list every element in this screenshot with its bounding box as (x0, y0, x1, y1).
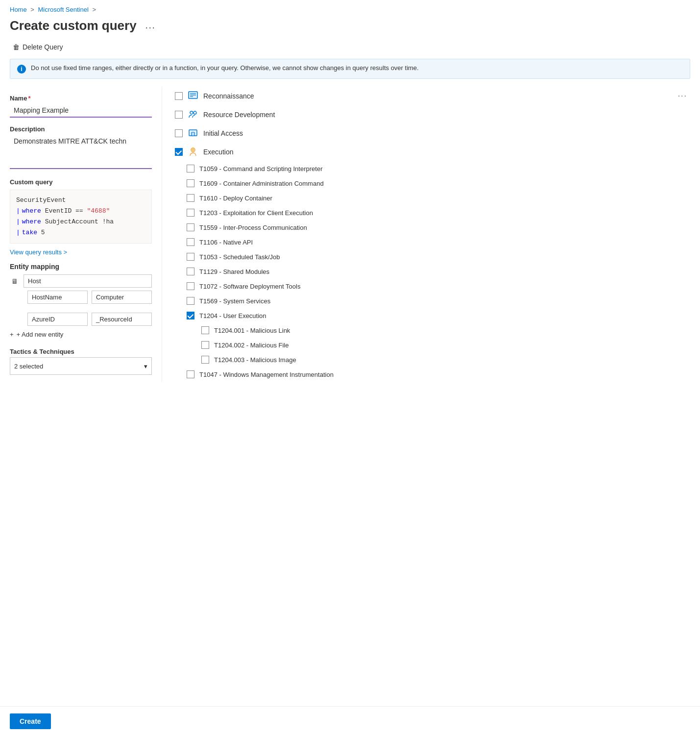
technique-row-t1106[interactable]: T1106 - Native API (172, 235, 690, 249)
trash-icon: 🗑 (13, 43, 20, 51)
name-input[interactable] (10, 104, 152, 118)
technique-name-t1129: T1129 - Shared Modules (199, 268, 269, 275)
sub-technique-row-t1204-003[interactable]: T1204.003 - Malicious Image (172, 352, 690, 367)
checkbox-t1203[interactable] (187, 209, 194, 217)
technique-row-t1559[interactable]: T1559 - Inter-Process Communication (172, 220, 690, 235)
create-button[interactable]: Create (10, 713, 51, 729)
technique-row-t1609[interactable]: T1609 - Container Administration Command (172, 176, 690, 191)
required-star: * (28, 95, 30, 102)
technique-row-t1047[interactable]: T1047 - Windows Management Instrumentati… (172, 367, 690, 382)
execution-icon (188, 147, 198, 157)
initial-access-icon (188, 128, 198, 139)
tactic-name-initial-access: Initial Access (203, 129, 687, 137)
mapping-field-azureid[interactable]: AzureID (27, 313, 88, 326)
tactic-row-reconnaissance[interactable]: Reconnaissance ··· (172, 87, 690, 105)
checkbox-reconnaissance[interactable] (175, 92, 183, 100)
sub-technique-row-t1204-002[interactable]: T1204.002 - Malicious File (172, 338, 690, 352)
custom-query-label: Custom query (10, 178, 152, 186)
technique-name-t1072: T1072 - Software Deployment Tools (199, 283, 300, 290)
entity-row-host: 🖥 Host (10, 274, 152, 288)
technique-row-t1203[interactable]: T1203 - Exploitation for Client Executio… (172, 205, 690, 220)
technique-name-t1569: T1569 - System Services (199, 297, 270, 305)
add-entity-label: + Add new entity (17, 331, 64, 338)
checkbox-t1072[interactable] (187, 282, 194, 290)
checkbox-t1129[interactable] (187, 268, 194, 275)
technique-name-t1059: T1059 - Command and Scripting Interprete… (199, 165, 322, 172)
tactic-row-initial-access[interactable]: Initial Access (172, 124, 690, 143)
view-results-link[interactable]: View query results > (10, 248, 67, 256)
checkbox-t1569[interactable] (187, 297, 194, 305)
technique-row-t1053[interactable]: T1053 - Scheduled Task/Job (172, 249, 690, 264)
add-entity-button[interactable]: + + Add new entity (10, 329, 63, 340)
svg-point-5 (193, 111, 196, 114)
entity-type-host[interactable]: Host (24, 274, 152, 288)
code-line-3: |where SubjectAccount !ha (16, 217, 145, 227)
technique-row-t1610[interactable]: T1610 - Deploy Container (172, 191, 690, 205)
checkbox-t1609[interactable] (187, 179, 194, 187)
tactics-dropdown[interactable]: 2 selected ▾ (10, 357, 152, 375)
svg-rect-7 (192, 132, 194, 136)
technique-name-t1559: T1559 - Inter-Process Communication (199, 224, 307, 231)
checkbox-t1106[interactable] (187, 238, 194, 246)
info-text: Do not use fixed time ranges, either dir… (31, 64, 419, 72)
technique-name-t1609: T1609 - Container Administration Command (199, 180, 324, 187)
reconnaissance-icon (188, 91, 198, 101)
tactics-selected-value: 2 selected (14, 363, 43, 370)
sub-technique-row-t1204-001[interactable]: T1204.001 - Malicious Link (172, 323, 690, 338)
tactic-name-reconnaissance: Reconnaissance (203, 92, 673, 100)
tactics-techniques-label: Tactics & Techniques (10, 348, 152, 355)
entity-mapping-title: Entity mapping (10, 263, 152, 270)
left-panel: Name* Description Demonstrates MITRE ATT… (10, 87, 162, 382)
technique-name-t1053: T1053 - Scheduled Task/Job (199, 253, 280, 261)
technique-row-t1569[interactable]: T1569 - System Services (172, 294, 690, 308)
checkbox-resource-development[interactable] (175, 111, 183, 119)
sub-technique-name-t1204-002: T1204.002 - Malicious File (214, 342, 289, 349)
checkbox-t1053[interactable] (187, 253, 194, 261)
main-content: Name* Description Demonstrates MITRE ATT… (0, 87, 700, 382)
svg-point-4 (190, 111, 193, 114)
mapping-field-hostname[interactable]: HostName (27, 291, 88, 304)
breadcrumb-sentinel[interactable]: Microsoft Sentinel (38, 6, 89, 13)
mapping-field-computer[interactable]: Computer (92, 291, 152, 304)
footer: Create (0, 706, 700, 736)
technique-name-t1204: T1204 - User Execution (199, 312, 266, 319)
checkbox-t1610[interactable] (187, 194, 194, 202)
checkbox-t1204[interactable] (187, 312, 194, 319)
tactic-row-resource-development[interactable]: Resource Development (172, 105, 690, 124)
page-title: Create custom query (10, 18, 137, 33)
tactic-row-execution[interactable]: Execution (172, 143, 690, 161)
technique-name-t1047: T1047 - Windows Management Instrumentati… (199, 371, 334, 378)
info-icon: i (17, 65, 26, 74)
technique-row-t1204[interactable]: T1204 - User Execution (172, 308, 690, 323)
checkbox-t1204-001[interactable] (201, 326, 209, 334)
code-line-1: SecurityEvent (16, 195, 145, 206)
toolbar: 🗑 Delete Query (0, 39, 700, 59)
delete-query-button[interactable]: 🗑 Delete Query (10, 41, 66, 53)
sub-technique-name-t1204-001: T1204.001 - Malicious Link (214, 327, 290, 334)
page-ellipsis-button[interactable]: ... (143, 20, 159, 32)
code-line-4: |take 5 (16, 227, 145, 238)
breadcrumb: Home > Microsoft Sentinel > (0, 0, 700, 15)
checkbox-t1059[interactable] (187, 165, 194, 172)
mapping-field-resourceid[interactable]: _ResourceId (92, 313, 152, 326)
checkbox-t1204-002[interactable] (201, 341, 209, 349)
host-icon: 🖥 (10, 276, 20, 286)
breadcrumb-home[interactable]: Home (10, 6, 27, 13)
technique-row-t1072[interactable]: T1072 - Software Deployment Tools (172, 279, 690, 294)
checkbox-initial-access[interactable] (175, 129, 183, 137)
tactic-ellipsis-reconnaissance[interactable]: ··· (678, 92, 687, 100)
tactic-name-resource-development: Resource Development (203, 111, 687, 119)
checkbox-t1047[interactable] (187, 370, 194, 378)
tactic-name-execution: Execution (203, 148, 687, 156)
name-label: Name* (10, 95, 152, 102)
info-banner: i Do not use fixed time ranges, either d… (10, 59, 690, 79)
technique-row-t1059[interactable]: T1059 - Command and Scripting Interprete… (172, 161, 690, 176)
technique-name-t1203: T1203 - Exploitation for Client Executio… (199, 209, 313, 217)
checkbox-t1204-003[interactable] (201, 356, 209, 364)
checkbox-execution[interactable] (175, 148, 183, 156)
checkbox-t1559[interactable] (187, 223, 194, 231)
description-input[interactable]: Demonstrates MITRE ATT&CK techn (10, 135, 152, 169)
code-block: SecurityEvent |where EventID == "4688" |… (10, 190, 152, 244)
technique-row-t1129[interactable]: T1129 - Shared Modules (172, 264, 690, 279)
resource-development-icon (188, 109, 198, 120)
